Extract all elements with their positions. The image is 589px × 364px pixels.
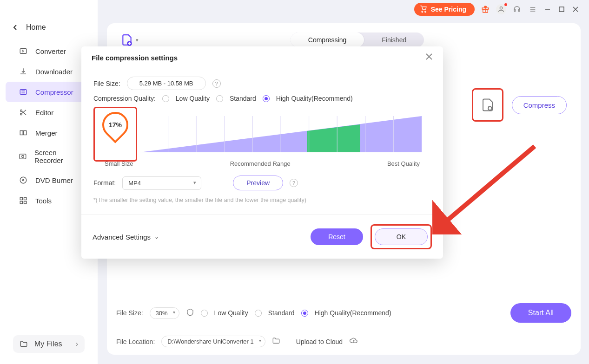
ok-button[interactable]: OK	[375, 228, 428, 245]
compression-note: *(The smaller the setting value, the sma…	[93, 197, 431, 203]
preview-button[interactable]: Preview	[233, 176, 283, 190]
format-select[interactable]: MP4	[122, 176, 201, 190]
file-settings-button[interactable]	[472, 88, 503, 122]
percent-value: 17%	[109, 121, 122, 129]
see-pricing-button[interactable]: See Pricing	[414, 3, 475, 16]
back-icon	[13, 25, 18, 30]
nav-label: Tools	[35, 197, 52, 205]
compression-settings-modal: File compression settings File Size: 5.2…	[81, 46, 443, 259]
scissors-icon	[19, 108, 28, 117]
ok-highlight: OK	[371, 224, 432, 249]
svg-rect-8	[20, 131, 23, 135]
minimize-button[interactable]	[543, 5, 552, 13]
sidebar-item-tools[interactable]: Tools	[6, 190, 92, 211]
radio-standard[interactable]	[255, 310, 262, 317]
svg-point-13	[23, 180, 24, 181]
my-files-button[interactable]: My Files ›	[13, 335, 85, 353]
merger-icon	[19, 128, 28, 137]
modal-file-size-label: File Size:	[93, 80, 120, 87]
recommended-label: Recommended Range	[230, 160, 291, 167]
standard-label: Standard	[268, 309, 295, 317]
modal-title: File compression settings	[92, 54, 178, 62]
user-icon[interactable]	[496, 4, 506, 14]
help-icon[interactable]: ?	[212, 79, 221, 88]
radio-low-quality[interactable]	[201, 310, 208, 317]
modal-file-size-value[interactable]: 5.29 MB - 10.58 MB	[127, 77, 206, 90]
file-gear-icon	[481, 98, 495, 112]
add-file-button[interactable]: ▾	[121, 34, 139, 46]
open-folder-icon[interactable]	[272, 337, 280, 346]
record-icon	[19, 152, 27, 161]
chevron-down-icon: ▾	[136, 37, 139, 43]
file-location-select[interactable]: D:\Wondershare UniConverter 1	[161, 336, 265, 347]
small-size-label: Small Size	[105, 160, 133, 167]
modal-low-label: Low Quality	[176, 95, 210, 102]
tab-compressing[interactable]: Compressing	[291, 32, 364, 47]
sidebar-item-converter[interactable]: Converter	[6, 41, 92, 61]
nav-label: Compressor	[35, 88, 73, 96]
svg-point-12	[20, 177, 26, 183]
add-file-icon	[121, 34, 133, 46]
nav-label: Screen Recorder	[34, 149, 79, 164]
chevron-right-icon: ›	[76, 340, 78, 348]
svg-rect-3	[559, 7, 564, 12]
support-icon[interactable]	[512, 4, 522, 14]
menu-icon[interactable]	[528, 4, 538, 14]
svg-rect-15	[24, 197, 26, 200]
cart-icon	[420, 6, 427, 13]
radio-high-quality[interactable]	[301, 310, 308, 317]
converter-icon	[19, 46, 28, 56]
compression-slider[interactable]: 17% Small Size Recommended Range Best Qu…	[93, 107, 431, 167]
tab-group: Compressing Finished	[291, 32, 424, 47]
modal-radio-low[interactable]	[162, 95, 169, 102]
cloud-icon[interactable]	[349, 336, 358, 347]
high-quality-label: High Quality(Recommend)	[315, 309, 391, 317]
close-icon	[425, 53, 433, 60]
sidebar-item-dvd-burner[interactable]: DVD Burner	[6, 170, 92, 190]
svg-point-6	[20, 110, 22, 111]
lock-icon[interactable]	[186, 308, 194, 318]
reset-button[interactable]: Reset	[311, 228, 363, 245]
start-all-button[interactable]: Start All	[510, 303, 571, 323]
sidebar-item-compressor[interactable]: Compressor	[6, 82, 92, 102]
advanced-settings-toggle[interactable]: Advanced Settings ⌄	[93, 233, 159, 241]
download-icon	[19, 67, 28, 76]
sidebar-item-editor[interactable]: Editor	[6, 102, 92, 123]
file-size-label: File Size:	[116, 309, 143, 317]
svg-point-7	[20, 113, 22, 115]
modal-high-label: High Quality(Recommend)	[276, 95, 353, 102]
modal-radio-high[interactable]	[263, 95, 270, 102]
nav-label: Converter	[35, 47, 66, 55]
close-window-button[interactable]	[571, 5, 580, 13]
gift-icon[interactable]	[480, 4, 490, 14]
format-label: Format:	[93, 179, 116, 187]
home-button[interactable]: Home	[0, 19, 98, 41]
modal-standard-label: Standard	[230, 95, 256, 102]
nav-label: Downloader	[35, 68, 73, 76]
home-label: Home	[26, 23, 46, 32]
see-pricing-label: See Pricing	[431, 6, 466, 13]
advanced-label: Advanced Settings	[93, 233, 151, 241]
help-icon[interactable]: ?	[290, 179, 298, 187]
bottom-bar: File Size: 30% Low Quality Standard High…	[116, 303, 571, 347]
file-size-select[interactable]: 30%	[150, 307, 179, 319]
sidebar-item-merger[interactable]: Merger	[6, 123, 92, 143]
my-files-label: My Files	[34, 340, 62, 348]
grid-icon	[19, 196, 28, 205]
svg-rect-5	[20, 90, 26, 95]
compressor-icon	[19, 87, 28, 97]
file-location-label: File Location:	[116, 338, 155, 345]
modal-radio-standard[interactable]	[216, 95, 223, 102]
tab-finished[interactable]: Finished	[364, 32, 424, 47]
sidebar-item-downloader[interactable]: Downloader	[6, 61, 92, 82]
compress-button[interactable]: Compress	[512, 96, 567, 114]
sidebar-item-screen-recorder[interactable]: Screen Recorder	[6, 143, 92, 170]
disc-icon	[19, 176, 28, 185]
maximize-button[interactable]	[557, 5, 566, 13]
svg-rect-9	[24, 131, 26, 135]
svg-point-11	[22, 156, 24, 158]
svg-marker-21	[307, 124, 360, 152]
percent-marker: 17%	[93, 107, 137, 162]
modal-close-button[interactable]	[425, 53, 433, 63]
svg-rect-17	[24, 202, 26, 204]
